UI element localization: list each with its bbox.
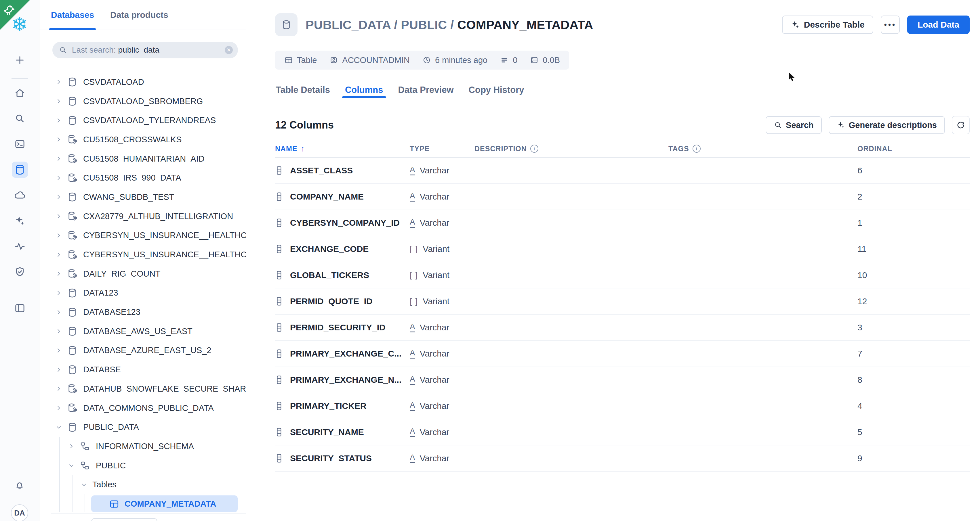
table-row[interactable]: PERMID_SECURITY_IDAVarchar3: [275, 315, 970, 341]
rail-shield-icon[interactable]: [12, 264, 28, 280]
table-row[interactable]: GLOBAL_TICKERS[ ]Variant10: [275, 262, 970, 288]
load-data-button[interactable]: Load Data: [907, 16, 970, 34]
tab-table-details[interactable]: Table Details: [275, 82, 331, 98]
rail-home-icon[interactable]: [12, 85, 28, 101]
rail-database-icon[interactable]: [12, 162, 28, 178]
tree-item-database-aws-us-east[interactable]: DATABASE_AWS_US_EAST: [40, 322, 246, 341]
tree-item-cybersyn-us-insurance-healthc-[interactable]: CYBERSYN_US_INSURANCE__HEALTHC...: [40, 245, 246, 264]
varchar-icon: A: [410, 322, 415, 332]
chevron-right-icon[interactable]: [55, 251, 62, 259]
tree-item-databse[interactable]: DATABSE: [40, 360, 246, 379]
info-icon[interactable]: i: [530, 145, 538, 152]
tree-item-public[interactable]: PUBLIC: [40, 456, 246, 475]
chevron-right-icon[interactable]: [55, 136, 62, 143]
describe-table-button[interactable]: Describe Table: [782, 16, 873, 34]
database-icon: [67, 115, 77, 125]
chevron-right-icon[interactable]: [55, 232, 62, 239]
tree-item-daily-rig-count[interactable]: DAILY_RIG_COUNT: [40, 264, 246, 283]
chevron-right-icon[interactable]: [55, 155, 62, 162]
sidebar-search-input[interactable]: Last search:public_data ✕: [52, 42, 238, 58]
chevron-right-icon[interactable]: [55, 289, 62, 297]
column-type: Varchar: [420, 401, 449, 411]
tree-item-database-azure-east-us-2[interactable]: DATABASE_AZURE_EAST_US_2: [40, 341, 246, 360]
tab-columns[interactable]: Columns: [344, 82, 384, 98]
chevron-right-icon[interactable]: [55, 404, 62, 412]
chevron-down-icon[interactable]: [80, 481, 88, 489]
tree-item-cwang-subdb-test[interactable]: CWANG_SUBDB_TEST: [40, 187, 246, 207]
refresh-button[interactable]: [952, 116, 970, 134]
rail-divider: [11, 78, 28, 79]
chevron-right-icon[interactable]: [55, 78, 62, 86]
chevron-right-icon[interactable]: [55, 213, 62, 220]
shared-database-icon: [67, 230, 77, 241]
chevron-right-icon[interactable]: [68, 443, 75, 450]
table-row[interactable]: ASSET_CLASSAVarchar6: [275, 157, 970, 184]
chevron-right-icon[interactable]: [55, 347, 62, 354]
notifications-bell-icon[interactable]: [11, 477, 28, 493]
chevron-right-icon[interactable]: [55, 385, 62, 392]
rail-plus-icon[interactable]: [12, 52, 28, 68]
search-columns-button[interactable]: Search: [766, 116, 822, 134]
table-row[interactable]: EXCHANGE_CODE[ ]Variant11: [275, 236, 970, 262]
tab-data-products[interactable]: Data products: [110, 0, 168, 30]
tree-item-public-data[interactable]: PUBLIC_DATA: [40, 418, 246, 437]
database-icon: [67, 422, 77, 432]
generate-descriptions-button[interactable]: Generate descriptions: [829, 116, 945, 134]
rail-activity-icon[interactable]: [12, 238, 28, 254]
table-row[interactable]: PRIMARY_EXCHANGE_C...AVarchar7: [275, 341, 970, 367]
clear-search-icon[interactable]: ✕: [225, 46, 233, 54]
tree-item-csvdataload-sbromberg[interactable]: CSVDATALOAD_SBROMBERG: [40, 92, 246, 111]
tree-item-csvdataload-tylerandreas[interactable]: CSVDATALOAD_TYLERANDREAS: [40, 111, 246, 130]
tree-item-cybersyn-us-insurance-healthc-[interactable]: CYBERSYN_US_INSURANCE__HEALTHC...: [40, 226, 246, 245]
table-row[interactable]: SECURITY_NAMEAVarchar5: [275, 419, 970, 445]
tab-databases[interactable]: Databases: [51, 0, 94, 30]
chevron-down-icon[interactable]: [68, 462, 75, 469]
tree-item-information-schema[interactable]: INFORMATION_SCHEMA: [40, 437, 246, 456]
tree-item-data123[interactable]: DATA123: [40, 283, 246, 303]
info-icon[interactable]: i: [692, 145, 701, 152]
schema-icon: [80, 460, 90, 471]
tree-item-csvdataload[interactable]: CSVDATALOAD: [40, 73, 246, 92]
breadcrumb[interactable]: PUBLIC_DATA / PUBLIC /: [305, 18, 454, 32]
tree-item-label: DATA123: [83, 288, 118, 298]
tree-item-tables[interactable]: Tables: [40, 475, 246, 494]
table-row[interactable]: PRIMARY_TICKERAVarchar4: [275, 393, 970, 419]
rail-sparkles-icon[interactable]: [12, 213, 28, 229]
chevron-right-icon[interactable]: [55, 117, 62, 124]
tab-data-preview[interactable]: Data Preview: [398, 82, 454, 98]
chevron-right-icon[interactable]: [55, 308, 62, 316]
chevron-right-icon[interactable]: [55, 270, 62, 278]
table-row[interactable]: PERMID_QUOTE_ID[ ]Variant12: [275, 288, 970, 315]
rail-cloud-icon[interactable]: [12, 187, 28, 203]
header-name[interactable]: NAME ↑: [275, 145, 410, 153]
sidebar-bottom-button-partial[interactable]: [91, 518, 158, 521]
more-actions-button[interactable]: •••: [881, 16, 900, 34]
bird-icon: [2, 1, 18, 17]
tree-item-datahub-snowflake-secure-shar-[interactable]: DATAHUB_SNOWFLAKE_SECURE_SHAR...: [40, 379, 246, 399]
chevron-right-icon[interactable]: [55, 193, 62, 201]
table-row[interactable]: SECURITY_STATUSAVarchar9: [275, 445, 970, 472]
table-row[interactable]: CYBERSYN_COMPANY_IDAVarchar1: [275, 210, 970, 236]
column-type: Variant: [423, 244, 449, 254]
tree-item-cu51508-humanitarian-aid[interactable]: CU51508_HUMANITARIAN_AID: [40, 149, 246, 168]
rail-search-icon[interactable]: [12, 110, 28, 127]
column-icon: [275, 427, 283, 437]
tree-item-data-commons-public-data[interactable]: DATA_COMMONS_PUBLIC_DATA: [40, 399, 246, 418]
rail-terminal-icon[interactable]: [12, 136, 28, 152]
chevron-right-icon[interactable]: [55, 97, 62, 105]
user-avatar[interactable]: DA: [11, 504, 28, 521]
chevron-right-icon[interactable]: [55, 327, 62, 335]
tree-item-cu51508-crosswalks[interactable]: CU51508_CROSSWALKS: [40, 130, 246, 149]
tree-item-company-metadata[interactable]: COMPANY_METADATA: [40, 494, 246, 513]
tab-copy-history[interactable]: Copy History: [468, 82, 525, 98]
chevron-right-icon[interactable]: [55, 366, 62, 373]
table-row[interactable]: COMPANY_NAMEAVarchar2: [275, 184, 970, 210]
search-icon: [59, 46, 67, 54]
rail-panel-icon[interactable]: [12, 300, 28, 316]
tree-item-database123[interactable]: DATABASE123: [40, 302, 246, 322]
chevron-right-icon[interactable]: [55, 174, 62, 182]
chevron-down-icon[interactable]: [55, 424, 62, 431]
tree-item-cu51508-irs-990-data[interactable]: CU51508_IRS_990_DATA: [40, 168, 246, 187]
tree-item-cxa28779-althub-intelligration[interactable]: CXA28779_ALTHUB_INTELLIGRATION: [40, 207, 246, 226]
table-row[interactable]: PRIMARY_EXCHANGE_N...AVarchar8: [275, 367, 970, 393]
